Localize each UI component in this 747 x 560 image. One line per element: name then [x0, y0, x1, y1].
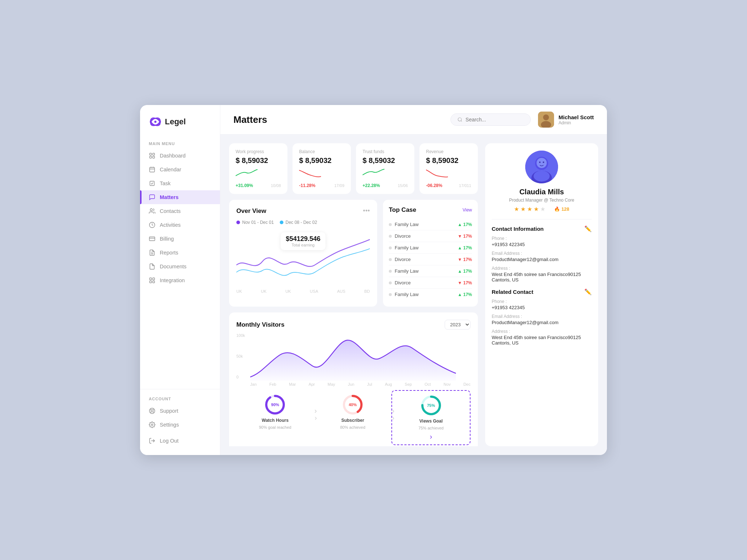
- contact-info-edit-icon[interactable]: ✏️: [584, 225, 592, 232]
- sidebar-item-settings[interactable]: Settings: [140, 418, 220, 432]
- visitors-xaxis-label: Oct: [425, 382, 431, 386]
- stat-card-0: Work progress $ 8,59032 +31.09% 10/08: [229, 143, 287, 194]
- svg-rect-6: [150, 156, 151, 158]
- contact-address-value: West End 45th soiree san Francisco90125 …: [492, 272, 592, 283]
- logout-button[interactable]: Log Out: [140, 434, 220, 448]
- left-content: Work progress $ 8,59032 +31.09% 10/08 Ba…: [229, 143, 478, 446]
- donut-label-1: 40%: [349, 402, 357, 407]
- case-dot: [389, 281, 392, 284]
- star-4: ★: [534, 206, 539, 213]
- yaxis-0: 0: [236, 375, 245, 379]
- svg-point-46: [534, 171, 550, 182]
- settings-icon: [149, 421, 155, 428]
- user-avatar-img: [538, 112, 554, 128]
- overview-menu[interactable]: •••: [363, 207, 370, 215]
- svg-line-28: [150, 412, 151, 413]
- year-select[interactable]: 2023: [445, 320, 471, 330]
- svg-rect-8: [150, 167, 155, 172]
- stat-footer-1: -11.28% 17/09: [299, 183, 344, 188]
- svg-point-45: [537, 158, 547, 168]
- sidebar-item-integration[interactable]: Integration: [140, 273, 220, 287]
- svg-rect-5: [153, 153, 155, 155]
- mini-chart-0: [236, 168, 281, 179]
- contact-address-row: Address : West End 45th soiree san Franc…: [492, 266, 592, 283]
- donut-2: 75%: [420, 394, 442, 416]
- related-phone-row: Phone : +91953 422345: [492, 299, 592, 310]
- overview-header: Over View •••: [236, 207, 370, 215]
- search-bar[interactable]: [450, 113, 531, 126]
- user-role: Admin: [558, 120, 594, 125]
- stat-change-3: -06.28%: [426, 183, 442, 188]
- logo-icon: [149, 115, 162, 128]
- related-contact-section: Related Contact ✏️ Phone : +91953 422345…: [492, 288, 592, 346]
- sidebar-label-documents: Documents: [160, 264, 186, 269]
- sidebar-label-matters: Matters: [160, 194, 179, 200]
- related-address-label: Address :: [492, 329, 592, 334]
- dashboard-icon: [149, 152, 155, 159]
- mini-stat-1: 40% Subscriber 80% achieved ›: [314, 390, 392, 445]
- sidebar-item-matters[interactable]: Matters: [140, 190, 220, 204]
- related-address-value: West End 45th soiree san Francisco90125 …: [492, 335, 592, 346]
- total-earning-box: $54129.546 Total earning: [280, 232, 325, 250]
- svg-rect-19: [150, 278, 151, 280]
- case-row: Divorce ▼ 17%: [389, 254, 472, 265]
- sidebar-label-dashboard: Dashboard: [160, 153, 186, 159]
- sidebar-label-integration: Integration: [160, 277, 185, 283]
- sidebar-item-dashboard[interactable]: Dashboard: [140, 149, 220, 163]
- related-contact-header: Related Contact ✏️: [492, 288, 592, 295]
- visitors-xaxis-label: Apr: [309, 382, 315, 386]
- xaxis-label: AUS: [337, 289, 345, 293]
- yaxis-100k: 100k: [236, 333, 245, 338]
- documents-icon: [149, 263, 155, 270]
- mid-row: Over View ••• Nov 01 - Dec 01 Dec 08 - D…: [229, 200, 478, 307]
- case-dot: [389, 270, 392, 273]
- related-email-label: Email Address :: [492, 314, 592, 319]
- sidebar-label-support: Support: [160, 408, 178, 414]
- stat-label-0: Work progress: [236, 149, 281, 154]
- sidebar-item-contacts[interactable]: Contacts: [140, 204, 220, 218]
- related-contact-edit-icon[interactable]: ✏️: [584, 288, 592, 295]
- case-row: Divorce ▼ 17%: [389, 277, 472, 289]
- svg-point-34: [543, 114, 549, 120]
- sidebar-item-activities[interactable]: Activities: [140, 218, 220, 232]
- topbar: Matters Michael Sc: [220, 105, 607, 135]
- related-email-row: Email Address : ProductManager12@gmail.c…: [492, 314, 592, 325]
- visitors-xaxis-label: Jul: [367, 382, 372, 386]
- account-label: ACCOUNT: [140, 397, 220, 404]
- sidebar-item-calendar[interactable]: Calendar: [140, 163, 220, 176]
- main-area: Matters Michael Sc: [220, 105, 607, 455]
- stat-card-3: Revenue $ 8,59032 -06.28% 17/011: [419, 143, 478, 194]
- donut-0: 90%: [264, 394, 286, 416]
- svg-line-27: [153, 409, 154, 410]
- add-icon[interactable]: ›: [430, 432, 432, 441]
- mini-stat-sub-2: 75% achieved: [418, 426, 444, 430]
- profile-role: Product Manager @ Techno Core: [509, 198, 574, 203]
- svg-point-29: [151, 424, 153, 426]
- svg-rect-20: [153, 278, 155, 280]
- sidebar-item-documents[interactable]: Documents: [140, 260, 220, 273]
- contact-address-label: Address :: [492, 266, 592, 271]
- sidebar-item-support[interactable]: Support: [140, 404, 220, 418]
- logo-area: Legel: [140, 115, 220, 139]
- top-case-view-link[interactable]: View: [462, 207, 472, 213]
- contact-info-title: Contact Information: [492, 226, 544, 232]
- stat-date-0: 10/08: [271, 183, 281, 188]
- sidebar-label-contacts: Contacts: [160, 208, 181, 214]
- stat-cards: Work progress $ 8,59032 +31.09% 10/08 Ba…: [229, 143, 478, 194]
- stat-value-2: $ 8,59032: [363, 156, 408, 165]
- sidebar-item-task[interactable]: Task: [140, 176, 220, 190]
- case-badge: ▲ 17%: [458, 269, 472, 274]
- search-input[interactable]: [465, 117, 524, 122]
- sidebar-bottom: ACCOUNT Support Settings Log Out: [140, 389, 220, 448]
- sidebar-item-reports[interactable]: Reports: [140, 246, 220, 260]
- case-badge: ▲ 17%: [458, 245, 472, 250]
- case-name: Divorce: [395, 280, 455, 285]
- top-case-card: Top Case View Family Law ▲ 17% Divorce ▼…: [383, 200, 478, 307]
- case-row: Family Law ▲ 17%: [389, 289, 472, 300]
- legend-item-1: Nov 01 - Dec 01: [236, 220, 274, 225]
- sidebar-item-billing[interactable]: Billing: [140, 232, 220, 246]
- matters-icon: [149, 194, 155, 201]
- avatar-img: [538, 112, 554, 128]
- stat-card-1: Balance $ 8,59032 -11.28% 17/09: [293, 143, 351, 194]
- sidebar-label-reports: Reports: [160, 250, 178, 256]
